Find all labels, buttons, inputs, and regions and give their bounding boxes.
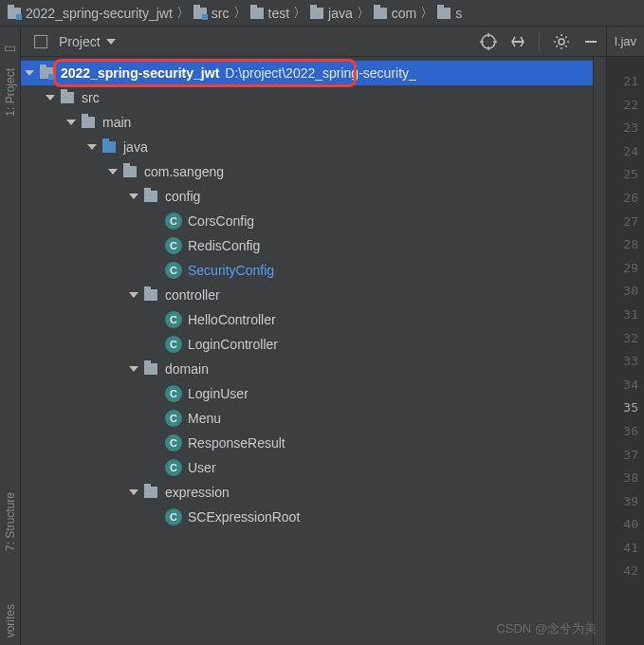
breadcrumb-label: s bbox=[455, 6, 462, 21]
line-number[interactable]: 27 bbox=[607, 211, 638, 234]
folder-icon bbox=[144, 363, 157, 375]
breadcrumb-separator: 〉 bbox=[357, 5, 370, 22]
tree-root-row[interactable]: 2022_spring-security_jwtD:\project\2022_… bbox=[21, 61, 593, 85]
line-number[interactable]: 25 bbox=[607, 163, 638, 187]
expand-arrow-icon[interactable] bbox=[25, 70, 34, 76]
line-number[interactable]: 36 bbox=[607, 420, 638, 444]
tree-node-label: LoginController bbox=[188, 333, 278, 356]
tree-row[interactable]: config bbox=[21, 184, 593, 209]
line-number[interactable]: 35 bbox=[607, 396, 638, 420]
chevron-down-icon bbox=[106, 39, 116, 45]
left-tool-strip: ▭ 1: Project 7: Structure vorites bbox=[0, 27, 21, 645]
expand-arrow-icon[interactable] bbox=[129, 292, 138, 298]
breadcrumb-label: src bbox=[212, 6, 230, 21]
tree-row[interactable]: CLoginController bbox=[21, 332, 593, 357]
gear-icon[interactable] bbox=[553, 33, 570, 50]
class-icon: C bbox=[165, 410, 182, 427]
breadcrumb-item[interactable]: s bbox=[433, 6, 466, 21]
tree-row[interactable]: CRedisConfig bbox=[21, 233, 593, 258]
line-number[interactable]: 41 bbox=[607, 537, 638, 561]
line-number[interactable]: 22 bbox=[607, 94, 638, 118]
breadcrumb-item[interactable]: src bbox=[190, 6, 233, 21]
tree-row[interactable]: CResponseResult bbox=[21, 431, 593, 455]
line-number[interactable]: 33 bbox=[607, 350, 638, 374]
expand-arrow-icon[interactable] bbox=[108, 169, 118, 175]
project-view-label: Project bbox=[59, 34, 101, 49]
locate-icon[interactable] bbox=[480, 33, 497, 50]
folder-icon bbox=[310, 8, 323, 19]
tree-scrollbar[interactable] bbox=[593, 57, 606, 645]
tree-node-label: SCExpressionRoot bbox=[188, 506, 300, 528]
breadcrumb-item[interactable]: test bbox=[247, 6, 294, 21]
line-number[interactable]: 32 bbox=[607, 327, 638, 351]
tree-row[interactable]: CHelloController bbox=[21, 307, 593, 332]
project-tree[interactable]: 2022_spring-security_jwtD:\project\2022_… bbox=[21, 57, 593, 645]
folder-icon bbox=[144, 289, 157, 301]
tree-row[interactable]: CCorsConfig bbox=[21, 209, 593, 233]
line-number[interactable]: 37 bbox=[607, 444, 638, 468]
expand-arrow-icon[interactable] bbox=[129, 489, 138, 495]
folder-icon bbox=[123, 166, 137, 177]
tree-row[interactable]: domain bbox=[21, 357, 593, 381]
breadcrumb-item[interactable]: java bbox=[306, 6, 357, 21]
tree-row[interactable]: controller bbox=[21, 283, 593, 307]
line-number[interactable]: 28 bbox=[607, 233, 638, 257]
line-number[interactable]: 31 bbox=[607, 304, 638, 327]
class-icon: C bbox=[165, 311, 182, 328]
editor-tab[interactable]: l.jav bbox=[607, 27, 644, 57]
tree-row[interactable]: com.sangeng bbox=[21, 159, 593, 184]
breadcrumb-separator: 〉 bbox=[176, 5, 190, 22]
folder-icon bbox=[40, 67, 53, 79]
folder-icon bbox=[8, 8, 21, 19]
structure-tab[interactable]: 7: Structure bbox=[2, 485, 19, 559]
tree-row[interactable]: src bbox=[21, 85, 593, 110]
watermark: CSDN @念兮为美 bbox=[496, 620, 597, 637]
project-view-selector[interactable]: Project bbox=[28, 32, 121, 51]
expand-arrow-icon[interactable] bbox=[129, 366, 138, 372]
tree-row[interactable]: CUser bbox=[21, 455, 593, 480]
folder-icon bbox=[374, 8, 387, 19]
tree-row[interactable]: CSCExpressionRoot bbox=[21, 505, 593, 529]
breadcrumb-item[interactable]: com bbox=[370, 6, 420, 21]
line-number[interactable]: 26 bbox=[607, 187, 638, 211]
svg-point-6 bbox=[559, 39, 564, 45]
tree-node-label: main bbox=[102, 111, 131, 134]
line-number[interactable]: 29 bbox=[607, 257, 638, 281]
line-number[interactable]: 23 bbox=[607, 117, 638, 140]
tree-row[interactable]: CSecurityConfig bbox=[21, 258, 593, 283]
line-number[interactable]: 34 bbox=[607, 374, 638, 397]
expand-arrow-icon[interactable] bbox=[87, 144, 97, 150]
project-tab[interactable]: 1: Project bbox=[2, 61, 19, 124]
minimize-icon[interactable] bbox=[583, 34, 598, 49]
collapse-icon[interactable] bbox=[510, 34, 525, 49]
line-number[interactable]: 24 bbox=[607, 140, 638, 164]
folder-icon bbox=[102, 141, 116, 153]
tree-row[interactable]: CMenu bbox=[21, 406, 593, 431]
favorites-tab[interactable]: vorites bbox=[2, 597, 19, 645]
tree-node-label: Menu bbox=[188, 407, 221, 430]
tree-node-label: config bbox=[165, 185, 200, 208]
tree-node-label: RedisConfig bbox=[188, 234, 260, 257]
line-number[interactable]: 40 bbox=[607, 513, 638, 537]
project-tool-icon[interactable]: ▭ bbox=[4, 40, 16, 55]
line-number[interactable]: 39 bbox=[607, 490, 638, 514]
tree-node-label: domain bbox=[165, 358, 209, 380]
tree-row[interactable]: main bbox=[21, 110, 593, 135]
tree-node-label: User bbox=[188, 456, 216, 479]
class-icon: C bbox=[165, 459, 182, 476]
tree-node-label: HelloController bbox=[188, 308, 276, 331]
breadcrumb-separator: 〉 bbox=[293, 5, 306, 22]
line-number[interactable]: 42 bbox=[607, 560, 638, 583]
line-number[interactable]: 21 bbox=[607, 70, 638, 94]
tree-row[interactable]: java bbox=[21, 135, 593, 159]
tree-row[interactable]: CLoginUser bbox=[21, 381, 593, 406]
tree-row[interactable]: expression bbox=[21, 480, 593, 505]
expand-arrow-icon[interactable] bbox=[46, 95, 55, 101]
breadcrumb-item[interactable]: 2022_spring-security_jwt bbox=[4, 6, 176, 21]
expand-arrow-icon[interactable] bbox=[129, 194, 138, 199]
expand-arrow-icon[interactable] bbox=[66, 120, 76, 125]
line-number[interactable]: 38 bbox=[607, 467, 638, 490]
class-icon: C bbox=[165, 212, 182, 230]
line-number[interactable]: 30 bbox=[607, 280, 638, 304]
line-number-gutter: 2122232425262728293031323334353637383940… bbox=[607, 57, 644, 645]
